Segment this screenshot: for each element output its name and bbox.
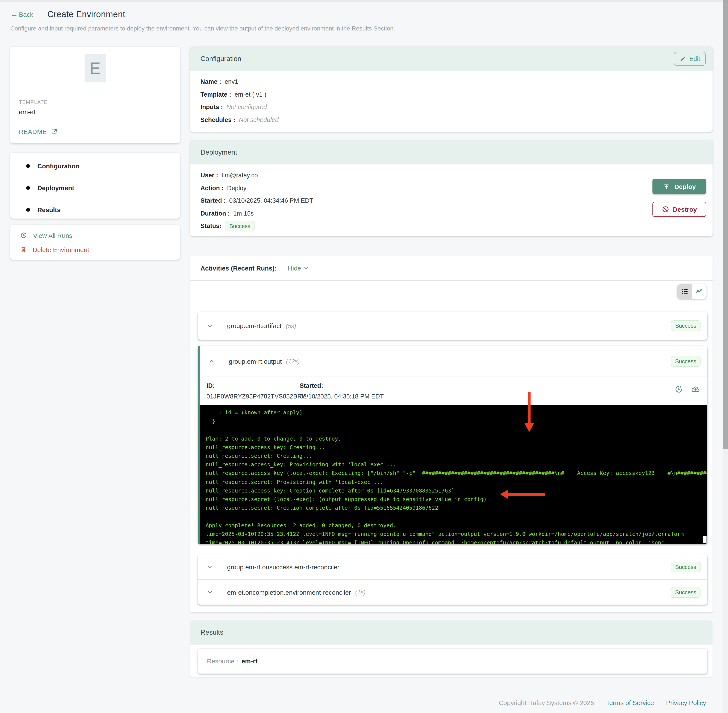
cloud-download-icon[interactable] bbox=[691, 385, 701, 394]
deployment-title: Deployment bbox=[201, 149, 237, 156]
terminal-line: Plan: 2 to add, 0 to change, 0 to destro… bbox=[205, 434, 707, 443]
activity-duration: (1s) bbox=[355, 589, 366, 595]
field-label: Schedules : bbox=[201, 116, 235, 123]
field-value: 1m 15s bbox=[233, 210, 254, 216]
activity-card-artifact: group.em-rt.artifact (5s) Success bbox=[198, 312, 707, 340]
page-scrollbar-track[interactable] bbox=[723, 0, 728, 713]
list-view-button[interactable] bbox=[677, 284, 692, 299]
step-dot-icon bbox=[26, 164, 30, 168]
view-all-runs-link[interactable]: View All Runs bbox=[20, 231, 170, 240]
field-name: Name : env1 bbox=[201, 78, 702, 85]
deployment-header: Deployment bbox=[190, 140, 713, 164]
chevron-down-icon[interactable] bbox=[205, 321, 215, 331]
activity-duration: (5s) bbox=[286, 322, 296, 329]
delete-environment-link[interactable]: Delete Environment bbox=[20, 245, 170, 254]
activity-row[interactable]: group.em-rt.output (12s) Success bbox=[198, 346, 707, 377]
activity-name: group.em-rt.output bbox=[229, 358, 282, 365]
resource-value: em-rt bbox=[241, 658, 258, 665]
activity-name: group.em-rt.onsuccess.em-rt-reconciler bbox=[227, 563, 339, 570]
field-schedules: Schedules : Not scheduled bbox=[201, 116, 702, 123]
timeline-view-button[interactable] bbox=[692, 284, 707, 299]
edit-button[interactable]: Edit bbox=[674, 52, 706, 66]
activities-header: Activities (Recent Runs): Hide bbox=[190, 255, 713, 281]
terminal-line: null_resource.secret: Creation complete … bbox=[205, 504, 707, 512]
results-title: Results bbox=[201, 629, 223, 636]
header-divider bbox=[40, 8, 40, 21]
terms-of-service-link[interactable]: Terms of Service bbox=[606, 699, 654, 706]
back-arrow-icon: ← bbox=[10, 10, 18, 18]
configuration-title: Configuration bbox=[201, 55, 241, 63]
step-configuration[interactable]: Configuration bbox=[26, 161, 180, 170]
view-all-runs-label: View All Runs bbox=[33, 232, 72, 239]
readme-link[interactable]: README bbox=[19, 128, 171, 135]
step-dot-icon bbox=[26, 207, 30, 212]
terminal-line: } bbox=[205, 417, 707, 425]
activity-duration: (12s) bbox=[286, 358, 300, 364]
activity-row[interactable]: group.em-rt.artifact (5s) Success bbox=[198, 312, 707, 340]
annotation-arrow-left-head bbox=[500, 489, 508, 499]
chevron-down-icon[interactable] bbox=[205, 587, 215, 597]
run-id-label: ID: bbox=[207, 382, 299, 389]
chevron-down-icon[interactable] bbox=[205, 562, 215, 572]
step-connector bbox=[28, 193, 28, 204]
privacy-policy-link[interactable]: Privacy Policy bbox=[666, 699, 706, 706]
step-deployment[interactable]: Deployment bbox=[26, 183, 180, 192]
field-label: Action : bbox=[201, 184, 223, 191]
timeline-icon bbox=[695, 287, 704, 296]
results-header: Results bbox=[190, 621, 713, 644]
chevron-up-icon[interactable] bbox=[207, 356, 217, 366]
template-avatar-section: E bbox=[10, 47, 180, 90]
terminal-output[interactable]: + id = (known after apply) } Plan: 2 to … bbox=[199, 405, 707, 544]
terminal-line: null_resource.access_key (local-exec): E… bbox=[205, 469, 707, 478]
field-value: Not configured bbox=[226, 103, 267, 110]
terminal-line: Apply complete! Resources: 2 added, 0 ch… bbox=[205, 521, 707, 530]
activity-name: group.em-rt.artifact bbox=[227, 322, 281, 329]
field-started: Started : 03/10/2025, 04:34:46 PM EDT bbox=[201, 197, 702, 204]
terminal-line: null_resource.secret: Provisioning with … bbox=[205, 478, 707, 486]
results-section: Resource : em-rt bbox=[190, 644, 713, 677]
page-footer: Copyright Rafay Systems © 2025 Terms of … bbox=[499, 699, 706, 706]
destroy-button[interactable]: Destroy bbox=[652, 202, 706, 217]
page-scrollbar-thumb[interactable] bbox=[723, 0, 728, 449]
run-id-value: 01JP0W8RYZ95P4782TVS852BRY bbox=[207, 393, 299, 400]
activity-name: em-et.oncompletion.environment-reconcile… bbox=[227, 588, 351, 596]
back-link[interactable]: ← Back bbox=[10, 10, 33, 18]
field-label: Name : bbox=[201, 78, 221, 85]
hide-label: Hide bbox=[288, 264, 301, 271]
terminal-line: null_resource.access_key: Creating... bbox=[205, 443, 707, 452]
field-template: Template : em-et ( v1 ) bbox=[201, 91, 702, 98]
terminal-scrollbar-thumb[interactable] bbox=[703, 536, 707, 543]
template-card: E TEMPLATE em-et README bbox=[10, 47, 180, 143]
status-badge: Success bbox=[671, 587, 701, 598]
page-title: Create Environment bbox=[48, 9, 125, 19]
hide-toggle[interactable]: Hide bbox=[288, 264, 309, 271]
copyright-text: Copyright Rafay Systems © 2025 bbox=[499, 699, 594, 706]
activity-card-output: group.em-rt.output (12s) Success ID: 01J… bbox=[198, 346, 707, 544]
step-connector bbox=[28, 172, 28, 182]
view-mode-toggle bbox=[677, 284, 707, 299]
step-label: Deployment bbox=[37, 184, 74, 191]
field-label: User : bbox=[201, 172, 218, 179]
deploy-button[interactable]: Deploy bbox=[652, 179, 706, 194]
field-user: User : tim@rafay.co bbox=[201, 172, 702, 179]
activity-row[interactable]: group.em-rt.onsuccess.em-rt-reconciler S… bbox=[198, 554, 707, 580]
run-started: Started: 03/10/2025, 04:35:18 PM EDT bbox=[299, 382, 429, 400]
run-metadata: ID: 01JP0W8RYZ95P4782TVS852BRY Started: … bbox=[198, 377, 707, 405]
field-value: env1 bbox=[225, 78, 238, 85]
status-badge: Success bbox=[671, 320, 701, 331]
step-dot-icon bbox=[26, 186, 30, 189]
deployment-fields: User : tim@rafay.co Action : Deploy Star… bbox=[190, 164, 713, 229]
terminal-line: null_resource.access_key: Provisioning w… bbox=[205, 460, 707, 469]
activity-card-reconcilers: group.em-rt.onsuccess.em-rt-reconciler S… bbox=[198, 554, 707, 604]
field-label: Started : bbox=[201, 197, 226, 204]
result-resource-card: Resource : em-rt bbox=[198, 648, 707, 674]
run-started-label: Started: bbox=[299, 382, 429, 389]
pencil-icon bbox=[679, 55, 686, 62]
field-inputs: Inputs : Not configured bbox=[201, 103, 702, 110]
activity-row[interactable]: em-et.oncompletion.environment-reconcile… bbox=[198, 580, 707, 604]
step-results[interactable]: Results bbox=[26, 205, 180, 214]
clock-refresh-icon[interactable] bbox=[674, 385, 683, 394]
annotation-arrow-down-head bbox=[524, 424, 534, 432]
back-label: Back bbox=[19, 10, 33, 18]
field-status: Status: Success bbox=[201, 222, 702, 229]
